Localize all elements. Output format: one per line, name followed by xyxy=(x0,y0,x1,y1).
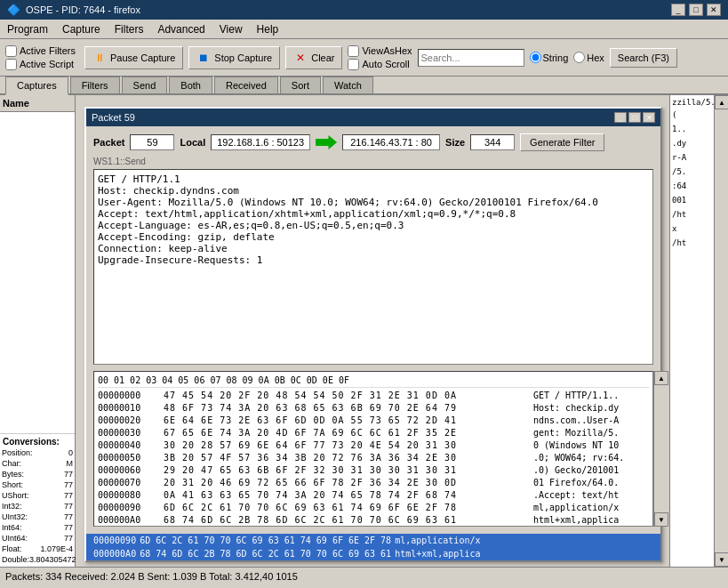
hex-ascii: .0) Gecko/201001 xyxy=(533,464,649,477)
pause-capture-button[interactable]: ⏸ Pause Capture xyxy=(84,46,183,69)
filter-checkboxes: Active Filters Active Script xyxy=(5,45,76,70)
window-title: OSPE - PID: 7644 - firefox xyxy=(26,4,140,15)
dialog-close-button[interactable]: ✕ xyxy=(643,112,655,123)
hex-ascii: gent: Mozilla/5. xyxy=(533,427,649,439)
hex-data: 67 65 6E 74 3A 20 4D 6F 7A 69 6C 6C 61 2… xyxy=(164,427,530,439)
right-panel: zzilla/5.0 ( 1.. .dy r-A /5. :64 001 /ht… xyxy=(669,95,714,567)
clear-button[interactable]: ✕ Clear xyxy=(285,46,342,69)
menu-program[interactable]: Program xyxy=(0,21,55,37)
search-button[interactable]: Search (F3) xyxy=(610,48,677,68)
right-panel-line: r-A xyxy=(670,150,714,165)
view-options: ViewAsHex Auto Scroll xyxy=(348,45,412,70)
auto-scroll-label: Auto Scroll xyxy=(362,59,409,69)
maximize-button[interactable]: □ xyxy=(689,4,703,16)
hex-addr: 00000010 xyxy=(98,402,160,415)
packet-number: 59 xyxy=(130,134,174,150)
right-panel-line: /ht xyxy=(670,236,714,250)
right-panel-line: /5. xyxy=(670,165,714,179)
tab-sort[interactable]: Sort xyxy=(280,77,321,93)
hex-data: 0A 41 63 63 65 70 74 3A 20 74 65 78 74 2… xyxy=(164,489,530,502)
hex-ascii: .0; WOW64; rv:64. xyxy=(533,452,649,464)
active-filters-label: Active Filters xyxy=(20,45,76,56)
hex-ascii: ndns.com..User-A xyxy=(533,415,649,427)
hex-ascii: 0 (Windows NT 10 xyxy=(533,439,649,452)
char-value: M xyxy=(67,459,74,468)
stop-capture-button[interactable]: ⏹ Stop Capture xyxy=(188,46,280,69)
short-value: 77 xyxy=(64,480,73,489)
remote-address: 216.146.43.71 : 80 xyxy=(342,134,440,150)
menu-help[interactable]: Help xyxy=(250,21,286,37)
clear-label: Clear xyxy=(311,52,334,63)
hex-row: 000000503B 20 57 4F 57 36 34 3B 20 72 76… xyxy=(98,452,649,464)
tab-captures[interactable]: Captures xyxy=(5,77,68,95)
active-script-checkbox[interactable] xyxy=(5,59,17,70)
char-label: Char: xyxy=(2,459,21,468)
scroll-down-button[interactable]: ▼ xyxy=(715,552,728,567)
local-address: 192.168.1.6 : 50123 xyxy=(211,134,310,150)
short-label: Short: xyxy=(2,480,23,489)
position-value: 0 xyxy=(68,448,73,457)
menu-advanced[interactable]: Advanced xyxy=(150,21,212,37)
hex-scroll-down[interactable]: ▼ xyxy=(654,512,668,527)
hex-radio[interactable] xyxy=(573,52,585,63)
status-bar: Packets: 334 Received: 2.024 B Sent: 1.0… xyxy=(0,567,728,584)
tab-send[interactable]: Send xyxy=(122,77,168,93)
right-panel-line: 1.. xyxy=(670,122,714,136)
local-label: Local xyxy=(180,137,205,148)
tab-received[interactable]: Received xyxy=(214,77,278,93)
generate-filter-button[interactable]: Generate Filter xyxy=(520,133,604,151)
selected-hex-ascii-2: html+xml,applica xyxy=(395,549,480,559)
dialog-minimize-button[interactable]: _ xyxy=(614,112,627,123)
hex-scrollbar[interactable]: ▲ ▼ xyxy=(653,371,668,527)
menu-filters[interactable]: Filters xyxy=(108,21,151,37)
packet-hex-area: 00 01 02 03 04 05 06 07 08 09 0A 0B 0C 0… xyxy=(93,371,653,527)
active-filters-checkbox[interactable] xyxy=(5,45,17,57)
menu-capture[interactable]: Capture xyxy=(55,21,108,37)
size-label: Size xyxy=(445,137,465,148)
tab-filters[interactable]: Filters xyxy=(70,77,120,93)
hex-label: Hex xyxy=(587,52,604,63)
dialog-controls: _ □ ✕ xyxy=(614,112,655,123)
vertical-scrollbar[interactable]: ▲ ▼ xyxy=(714,95,728,567)
hex-row: 0000003067 65 6E 74 3A 20 4D 6F 7A 69 6C… xyxy=(98,427,649,439)
hex-data: 6D 6C 2C 61 70 70 6C 69 63 61 74 69 6F 6… xyxy=(164,502,530,514)
clear-icon: ✕ xyxy=(293,51,308,65)
int64-value: 77 xyxy=(64,523,73,532)
minimize-button[interactable]: _ xyxy=(671,4,685,16)
tab-watch[interactable]: Watch xyxy=(323,77,373,93)
bytes-value: 77 xyxy=(64,470,73,479)
hex-row: 000000800A 41 63 63 65 70 74 3A 20 74 65… xyxy=(98,489,649,502)
string-radio[interactable] xyxy=(530,52,541,63)
menu-view[interactable]: View xyxy=(212,21,250,37)
hex-ascii: 01 Firefox/64.0. xyxy=(533,477,649,489)
hex-addr: 00000090 xyxy=(98,502,160,514)
hex-row: 0000006029 20 47 65 63 6B 6F 2F 32 30 31… xyxy=(98,464,649,477)
auto-scroll-checkbox[interactable] xyxy=(348,59,359,70)
right-panel-line: .dy xyxy=(670,136,714,150)
view-as-hex-checkbox[interactable] xyxy=(348,45,359,57)
scroll-up-button[interactable]: ▲ xyxy=(715,95,728,109)
pause-icon: ⏸ xyxy=(92,51,107,65)
left-panel-header: Name xyxy=(0,95,75,112)
hex-data: 20 31 20 46 69 72 65 66 6F 78 2F 36 34 2… xyxy=(164,477,530,489)
stop-icon: ⏹ xyxy=(196,51,211,65)
hex-scroll-up[interactable]: ▲ xyxy=(654,371,668,385)
title-bar: 🔷 OSPE - PID: 7644 - firefox _ □ ✕ xyxy=(0,0,728,20)
tab-both[interactable]: Both xyxy=(169,77,212,93)
window-controls: _ □ ✕ xyxy=(671,4,721,16)
right-panel-line: 001 xyxy=(670,193,714,207)
hex-data: 29 20 47 65 63 6B 6F 2F 32 30 31 30 30 3… xyxy=(164,464,530,477)
right-panel-line: /ht xyxy=(670,207,714,222)
close-button[interactable]: ✕ xyxy=(707,4,721,16)
selected-hex-row-2: 000000A0 68 74 6D 6C 2B 78 6D 6C 2C 61 7… xyxy=(86,547,660,560)
right-panel-line: x xyxy=(670,222,714,236)
tabs-bar: Captures Filters Send Both Received Sort… xyxy=(0,77,728,95)
hex-ascii: Host: checkip.dy xyxy=(533,402,649,415)
string-label: String xyxy=(543,52,569,63)
packet-text-area[interactable] xyxy=(93,169,653,365)
view-as-hex-label: ViewAsHex xyxy=(362,45,412,56)
packet-dialog: Packet 59 _ □ ✕ Packet 59 Local 192.168.… xyxy=(84,107,662,562)
search-input[interactable] xyxy=(418,49,524,67)
dialog-maximize-button[interactable]: □ xyxy=(628,112,641,123)
selected-hex-addr-2: 000000A0 xyxy=(93,549,136,559)
